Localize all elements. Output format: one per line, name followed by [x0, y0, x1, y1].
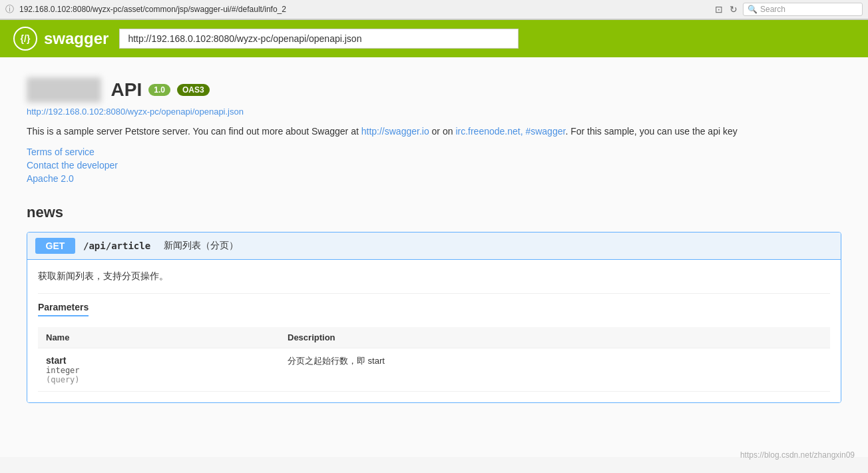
search-bar[interactable]: 🔍 Search: [743, 3, 863, 16]
main-content: 页面导航 API 1.0 OAS3 http://192.168.0.102:8…: [0, 57, 868, 457]
api-title-section: 页面导航 API 1.0 OAS3 http://192.168.0.102:8…: [27, 77, 841, 184]
endpoint-container: GET /api/article 新闻列表（分页） 获取新闻列表，支持分页操作。…: [27, 232, 841, 403]
api-title-blurred: 页面导航 API: [27, 77, 142, 103]
endpoint-body: 获取新闻列表，支持分页操作。 Parameters Name Descripti…: [27, 260, 841, 402]
param-type: integer: [46, 366, 272, 375]
api-description: This is a sample server Petstore server.…: [27, 125, 841, 139]
search-placeholder: Search: [760, 5, 785, 14]
search-icon: 🔍: [748, 5, 758, 14]
address-input[interactable]: 192.168.0.102:8080/wyzx-pc/asset/common/…: [19, 5, 710, 14]
param-name-cell: start integer (query): [38, 348, 280, 392]
swagger-icon: {/}: [13, 27, 37, 51]
address-bar-row: ⓘ 192.168.0.102:8080/wyzx-pc/asset/commo…: [0, 0, 868, 19]
swagger-io-link[interactable]: http://swagger.io: [361, 126, 429, 137]
swagger-logo: {/} swagger: [13, 27, 108, 51]
param-description-cell: 分页之起始行数，即 start: [280, 348, 830, 392]
swagger-topbar: {/} swagger: [0, 20, 868, 57]
col-name-header: Name: [38, 327, 280, 348]
license-link[interactable]: Apache 2.0: [27, 173, 841, 184]
col-description-header: Description: [280, 327, 830, 348]
refresh-icon[interactable]: ↻: [730, 4, 738, 15]
swagger-title: swagger: [44, 29, 108, 48]
endpoint-header[interactable]: GET /api/article 新闻列表（分页）: [27, 233, 841, 260]
api-url-link[interactable]: http://192.168.0.102:8080/wyzx-pc/openap…: [27, 107, 841, 117]
param-name: start: [46, 355, 272, 366]
parameters-section: Parameters Name Description start intege…: [38, 293, 830, 392]
section-title: news: [27, 204, 841, 221]
parameters-tab[interactable]: Parameters: [38, 302, 89, 316]
terms-of-service-link[interactable]: Terms of service: [27, 147, 841, 157]
version-badge: 1.0: [148, 84, 170, 96]
oas-badge: OAS3: [177, 84, 210, 96]
contact-developer-link[interactable]: Contact the developer: [27, 160, 841, 171]
table-row: start integer (query) 分页之起始行数，即 start: [38, 348, 830, 392]
news-section: news GET /api/article 新闻列表（分页） 获取新闻列表，支持…: [27, 204, 841, 403]
params-table: Name Description start integer (query) 分…: [38, 327, 830, 392]
param-location: (query): [46, 375, 272, 384]
endpoint-summary: 新闻列表（分页）: [164, 240, 238, 252]
irc-link[interactable]: irc.freenode.net, #swagger: [455, 126, 565, 137]
params-table-header-row: Name Description: [38, 327, 830, 348]
endpoint-path: /api/article: [83, 240, 150, 251]
endpoint-description: 获取新闻列表，支持分页操作。: [38, 270, 830, 282]
browser-chrome: ⓘ 192.168.0.102:8080/wyzx-pc/asset/commo…: [0, 0, 868, 20]
method-badge: GET: [35, 238, 75, 254]
swagger-url-input[interactable]: [119, 29, 519, 49]
info-links: Terms of service Contact the developer A…: [27, 147, 841, 184]
info-icon: ⓘ: [5, 3, 14, 15]
browser-icons: ⊡ ↻: [715, 4, 738, 15]
bookmark-icon[interactable]: ⊡: [715, 4, 723, 15]
api-title-row: 页面导航 API 1.0 OAS3: [27, 77, 841, 103]
